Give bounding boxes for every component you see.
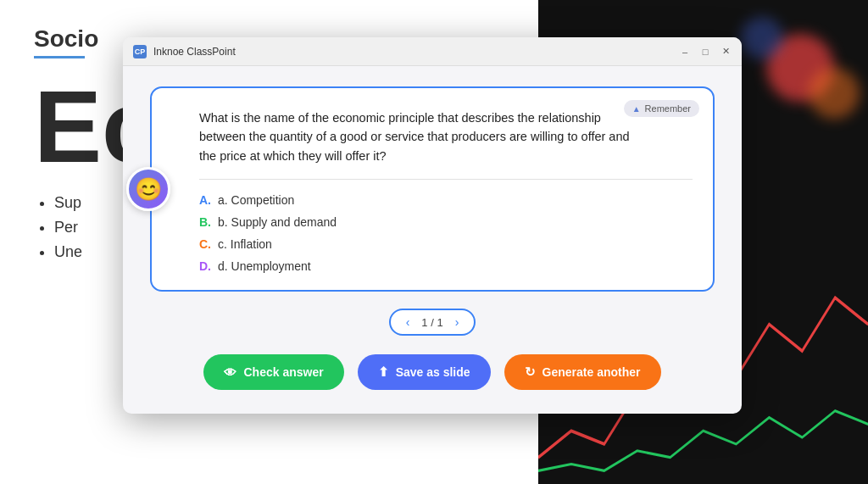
option-b-text: b. Supply and demand <box>218 215 337 229</box>
pagination: ‹ 1 / 1 › <box>150 309 715 336</box>
app-icon: CP <box>133 45 147 58</box>
close-button[interactable]: ✕ <box>720 46 732 58</box>
question-card: 😊 ▲ Remember What is the name of the eco… <box>150 86 715 292</box>
option-a-text: a. Competition <box>218 193 294 207</box>
page-control: ‹ 1 / 1 › <box>389 309 476 336</box>
save-as-slide-label: Save as slide <box>396 365 470 379</box>
bokeh-blue <box>741 17 783 59</box>
option-a-letter: A. <box>199 193 211 207</box>
prev-page-button[interactable]: ‹ <box>406 315 410 329</box>
divider <box>199 179 693 180</box>
triangle-icon: ▲ <box>632 104 641 114</box>
page-number: 1 / 1 <box>421 316 442 329</box>
window-title: Inknoe ClassPoint <box>153 46 672 58</box>
generate-another-button[interactable]: ↻ Generate another <box>504 354 661 390</box>
maximize-button[interactable]: □ <box>699 46 711 58</box>
app-icon-label: CP <box>135 47 146 56</box>
option-b-letter: B. <box>199 215 211 229</box>
option-c-letter: C. <box>199 237 211 251</box>
option-a[interactable]: A. a. Competition <box>199 193 693 207</box>
options-list: A. a. Competition B. b. Supply and deman… <box>199 193 693 273</box>
option-c-text: c. Inflation <box>218 237 272 251</box>
next-page-button[interactable]: › <box>455 315 459 329</box>
remember-label: Remember <box>645 103 691 114</box>
option-d-text: d. Unemployment <box>218 259 311 273</box>
question-text: What is the name of the economic princip… <box>199 108 693 165</box>
avatar: 😊 <box>126 167 170 211</box>
check-answer-label: Check answer <box>243 365 323 379</box>
option-d-letter: D. <box>199 259 211 273</box>
generate-another-label: Generate another <box>542 365 641 379</box>
classpoint-window: CP Inknoe ClassPoint – □ ✕ 😊 ▲ Remember … <box>123 37 742 414</box>
save-as-slide-button[interactable]: ⬆ Save as slide <box>358 354 491 390</box>
window-controls: – □ ✕ <box>679 46 732 58</box>
check-icon: 👁 <box>224 365 236 380</box>
option-b[interactable]: B. b. Supply and demand <box>199 215 693 229</box>
option-d[interactable]: D. d. Unemployment <box>199 259 693 273</box>
avatar-emoji: 😊 <box>135 176 162 203</box>
remember-badge: ▲ Remember <box>624 100 699 117</box>
slide-underline <box>34 56 85 58</box>
window-body: 😊 ▲ Remember What is the name of the eco… <box>123 66 742 414</box>
generate-icon: ↻ <box>525 364 536 380</box>
action-buttons: 👁 Check answer ⬆ Save as slide ↻ Generat… <box>150 354 715 390</box>
save-icon: ⬆ <box>378 364 389 380</box>
option-c[interactable]: C. c. Inflation <box>199 237 693 251</box>
bokeh-orange <box>809 68 860 119</box>
check-answer-button[interactable]: 👁 Check answer <box>203 354 343 390</box>
window-titlebar: CP Inknoe ClassPoint – □ ✕ <box>123 37 742 66</box>
minimize-button[interactable]: – <box>679 46 691 58</box>
